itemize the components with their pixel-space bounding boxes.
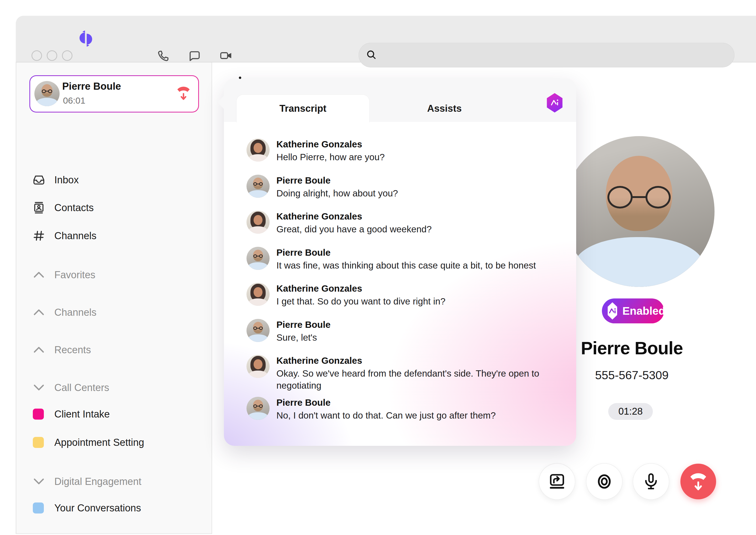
sidebar-item-label: Inbox [54,174,79,186]
avatar [247,211,270,234]
message-text: It was fine, was thinking about this cas… [276,259,536,271]
speaker-name: Katherine Gonzales [276,283,445,294]
ai-badge-label: Enabled [622,305,665,317]
avatar [247,355,270,378]
sidebar-item-label: Client Intake [54,408,110,420]
active-call-timer: 06:01 [63,96,85,106]
window-minimize-button[interactable] [47,50,57,61]
window-zoom-button[interactable] [62,50,73,61]
tab-assists[interactable]: Assists [407,95,482,123]
transcript-panel: Transcript Assists Katherine Gonzales He… [224,78,576,446]
inbox-icon [32,173,45,186]
sidebar-section-label: Digital Engagement [54,476,141,487]
record-button[interactable] [587,464,622,499]
avatar [247,247,270,270]
ai-enabled-badge: Enabled [602,298,664,324]
dialpad-logo-icon [76,29,95,48]
cursor-dot [239,76,241,79]
window-close-button[interactable] [32,50,42,61]
share-screen-icon [548,472,566,491]
sidebar-section-digital-engagement[interactable]: Digital Engagement [25,473,199,490]
record-icon [595,472,614,491]
transcript-message: Pierre Boule Doing alright, how about yo… [247,175,558,199]
speaker-name: Pierre Boule [276,175,398,186]
avatar [247,283,270,306]
end-call-button[interactable] [680,464,716,499]
avatar [247,138,270,161]
avatar [34,81,60,106]
app-window: Pierre Boule 06:01 Inbox [0,0,756,535]
search-icon [365,49,378,61]
speaker-name: Pierre Boule [276,247,536,258]
sidebar-section-label: Channels [54,307,97,318]
sidebar-section-label: Recents [54,344,91,355]
search-input[interactable] [359,43,735,68]
tab-transcript[interactable]: Transcript [236,95,369,123]
sidebar-item-channels[interactable]: Channels [25,228,199,244]
contacts-icon [32,201,45,214]
share-screen-button[interactable] [539,464,575,499]
chevron-down-icon [32,475,45,488]
sidebar-item-your-conversations[interactable]: Your Conversations [25,500,199,516]
sidebar-section-recents[interactable]: Recents [25,342,199,358]
sidebar-section-label: Favorites [54,269,95,281]
speaker-name: Katherine Gonzales [276,211,432,222]
channel-color-swatch [33,437,44,448]
phone-icon[interactable] [157,49,170,62]
active-call-name: Pierre Boule [62,81,121,92]
sidebar-item-label: Appointment Setting [54,437,144,448]
sidebar-section-label: Call Centers [54,382,109,393]
chevron-up-icon [32,268,45,281]
hang-up-icon[interactable] [176,84,191,102]
transcript-message: Pierre Boule No, I don't want to do that… [247,397,558,421]
transcript-message: Pierre Boule Sure, let's [247,319,558,344]
speaker-name: Pierre Boule [276,319,330,330]
sidebar-item-label: Channels [54,230,97,241]
end-call-icon [688,470,708,493]
message-text: Doing alright, how about you? [276,187,398,199]
sidebar-item-label: Your Conversations [54,502,141,514]
speaker-name: Katherine Gonzales [276,138,384,150]
speaker-name: Pierre Boule [276,397,496,408]
sidebar: Pierre Boule 06:01 Inbox [16,62,212,534]
ai-hexagon-icon [546,93,563,113]
sidebar-item-client-intake[interactable]: Client Intake [25,406,199,422]
ai-hexagon-icon [607,302,618,320]
speaker-name: Katherine Gonzales [276,355,558,366]
video-icon[interactable] [219,49,234,62]
sidebar-section-channels[interactable]: Channels [25,304,199,321]
chat-icon[interactable] [188,49,201,62]
transcript-message: Katherine Gonzales Great, did you have a… [247,211,558,235]
title-bar [16,16,756,62]
channel-color-swatch [33,408,44,420]
message-text: I get that. So do you want to dive right… [276,295,445,307]
call-duration-badge: 01:28 [608,403,653,420]
mic-icon [642,472,660,491]
transcript-message: Katherine Gonzales Okay. So we've heard … [247,355,558,392]
sidebar-section-call-centers[interactable]: Call Centers [25,380,199,396]
channel-color-swatch [33,502,44,514]
hash-icon [32,229,45,242]
message-text: Great, did you have a good weekend? [276,223,432,235]
transcript-message: Katherine Gonzales I get that. So do you… [247,283,558,307]
contact-phone-number: 555-567-5309 [553,368,711,382]
avatar [247,175,270,198]
sidebar-section-favorites[interactable]: Favorites [25,267,199,283]
message-text: Sure, let's [276,331,330,344]
sidebar-item-appointment-setting[interactable]: Appointment Setting [25,434,199,451]
message-text: Okay. So we've heard from the defendant'… [276,367,558,392]
avatar [247,397,270,420]
transcript-message: Pierre Boule It was fine, was thinking a… [247,247,558,271]
chevron-down-icon [32,381,45,394]
active-call-card[interactable]: Pierre Boule 06:01 [29,75,199,113]
sidebar-item-contacts[interactable]: Contacts [25,200,199,216]
chevron-up-icon [32,343,45,356]
message-text: No, I don't want to do that. Can we just… [276,409,496,421]
contact-photo [563,136,714,287]
mute-button[interactable] [633,464,669,499]
speech-bubble-tail [217,94,234,111]
chevron-up-icon [32,306,45,319]
message-text: Hello Pierre, how are you? [276,151,384,163]
contact-name: Pierre Boule [553,338,711,358]
sidebar-item-inbox[interactable]: Inbox [25,172,199,188]
